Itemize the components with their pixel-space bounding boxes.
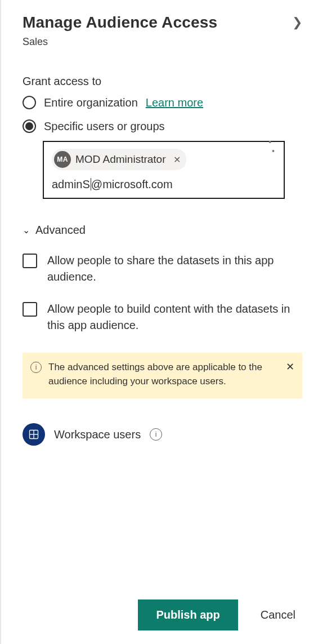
close-banner-icon[interactable]: ✕ bbox=[286, 361, 294, 373]
avatar-icon: MA bbox=[54, 151, 71, 168]
grant-access-section: Grant access to Entire organization Lear… bbox=[23, 75, 302, 199]
radio-entire-org-label: Entire organization bbox=[44, 96, 138, 109]
info-banner: i The advanced settings above are applic… bbox=[23, 353, 302, 398]
radio-row-entire-org[interactable]: Entire organization Learn more bbox=[23, 96, 302, 109]
checkbox-share-label: Allow people to share the datasets in th… bbox=[47, 252, 302, 285]
grant-access-heading: Grant access to bbox=[23, 75, 302, 88]
advanced-disclosure[interactable]: ⌄ Advanced bbox=[23, 224, 302, 237]
checkbox-build-content[interactable] bbox=[23, 302, 37, 317]
page-title: Manage Audience Access bbox=[23, 14, 217, 32]
remove-chip-icon[interactable]: ✕ bbox=[173, 154, 181, 165]
manage-audience-panel: Manage Audience Access ❯ Sales Grant acc… bbox=[0, 0, 318, 644]
people-picker[interactable]: MA MOD Administrator ✕ • • adminS@micros… bbox=[43, 141, 285, 199]
radio-row-specific[interactable]: Specific users or groups bbox=[23, 119, 302, 133]
dots-icon: • • bbox=[268, 137, 276, 156]
learn-more-link[interactable]: Learn more bbox=[146, 96, 203, 109]
radio-entire-org[interactable] bbox=[23, 96, 36, 109]
checkbox-row-share: Allow people to share the datasets in th… bbox=[23, 252, 302, 285]
page-subtitle: Sales bbox=[23, 36, 302, 48]
info-icon: i bbox=[30, 362, 42, 373]
workspace-users-label: Workspace users bbox=[54, 428, 141, 441]
banner-text: The advanced settings above are applicab… bbox=[48, 361, 277, 388]
workspace-info-icon[interactable]: i bbox=[150, 428, 162, 441]
chip-label: MOD Administrator bbox=[75, 153, 165, 166]
advanced-label: Advanced bbox=[35, 224, 86, 237]
workspace-icon bbox=[23, 423, 45, 446]
footer: Publish app Cancel bbox=[23, 599, 302, 630]
panel-header: Manage Audience Access ❯ bbox=[23, 14, 302, 32]
chevron-down-icon: ⌄ bbox=[23, 225, 30, 236]
checkbox-build-label: Allow people to build content with the d… bbox=[47, 301, 302, 334]
workspace-users-row: Workspace users i bbox=[23, 423, 302, 446]
checkbox-row-build: Allow people to build content with the d… bbox=[23, 301, 302, 334]
radio-specific-users[interactable] bbox=[23, 119, 36, 133]
cancel-button[interactable]: Cancel bbox=[257, 608, 299, 622]
people-chip: MA MOD Administrator ✕ bbox=[52, 149, 186, 170]
publish-app-button[interactable]: Publish app bbox=[138, 599, 238, 630]
radio-specific-users-label: Specific users or groups bbox=[44, 120, 165, 133]
checkbox-share-datasets[interactable] bbox=[23, 254, 37, 268]
chevron-right-icon[interactable]: ❯ bbox=[292, 15, 302, 30]
picker-input[interactable]: adminS@microsoft.com bbox=[52, 178, 173, 191]
